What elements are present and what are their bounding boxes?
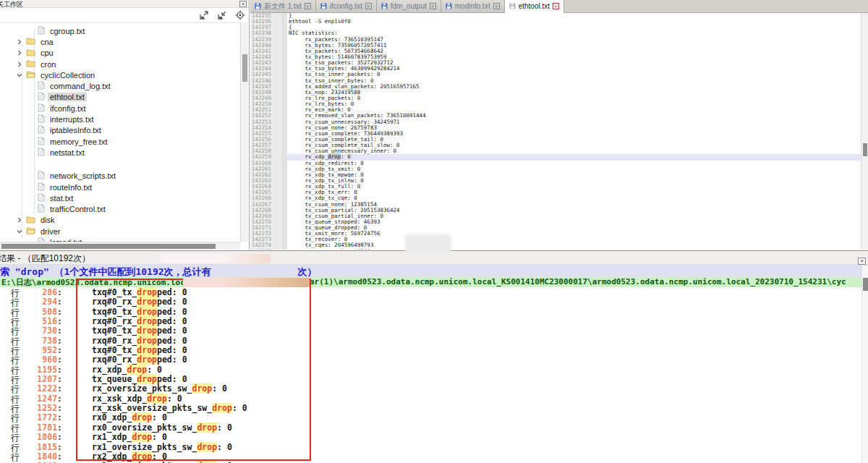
search-summary-text: 搜索 "drop" （1个文件中匹配到10192次，总计有次） <box>0 266 317 277</box>
file-icon <box>38 148 45 156</box>
editor-code: ethtool -S enp1s0f0 <box>287 19 861 25</box>
editor-vertical-scrollbar[interactable] <box>861 13 868 250</box>
tree-item-label: cron <box>38 60 58 69</box>
collapse-panel-icon[interactable] <box>216 9 228 21</box>
tree-vertical-scrollbar[interactable] <box>240 22 248 242</box>
tree-item-interrupts-txt[interactable]: interrupts.txt <box>0 114 240 124</box>
workspace-close-icon[interactable]: × <box>239 1 247 7</box>
chevron-right-icon[interactable] <box>16 216 23 224</box>
tab--1-txt[interactable]: 新文件 1.txt× <box>250 0 316 12</box>
result-line-number: 286 <box>42 287 57 297</box>
tree-item-label: memory_free.txt <box>48 137 109 146</box>
tab-fdm-output[interactable]: fdm_output× <box>377 0 441 12</box>
tab-close-icon[interactable]: × <box>553 3 559 9</box>
chevron-right-icon[interactable] <box>16 49 23 56</box>
redaction-blob <box>161 254 271 263</box>
tab-close-icon[interactable]: × <box>430 3 436 9</box>
file-icon <box>38 171 45 179</box>
colon: : <box>57 287 62 297</box>
workspace-toolbar <box>198 9 246 22</box>
editor-code: rx_lro_packets: 0 <box>287 95 861 101</box>
tree-item-label: ethtool.txt <box>48 93 87 101</box>
tab-close-icon[interactable]: × <box>305 3 311 9</box>
tree-item-disk[interactable]: disk <box>0 215 240 226</box>
expand-panel-icon[interactable] <box>198 9 210 21</box>
locate-file-icon[interactable] <box>234 9 246 21</box>
tree-item-ifconfig-txt[interactable]: ifconfig.txt <box>0 103 240 114</box>
tree-item-memory-free-txt[interactable]: memory_free.txt <box>0 136 240 147</box>
tab-close-icon[interactable]: × <box>493 3 500 9</box>
tree-vertical-scrollbar-thumb[interactable] <box>242 54 247 82</box>
editor-code: tx_nop: 232419588 <box>287 90 861 95</box>
tree-item-cpu[interactable]: cpu <box>0 48 240 59</box>
tree-item-lsmod-txt[interactable]: lsmod.txt <box>0 237 240 242</box>
chevron-down-icon[interactable] <box>16 228 23 235</box>
result-line-number: 508 <box>42 307 57 317</box>
results-vertical-scrollbar[interactable] <box>861 266 868 463</box>
tree-item-iptablesinfo-txt[interactable]: iptablesInfo.txt <box>0 125 240 136</box>
editor-code: tx_cqes: 204596498793 <box>287 242 861 248</box>
tree-item-netstat-txt[interactable]: netstat.txt <box>0 147 240 158</box>
result-line-number: 1207 <box>37 374 57 384</box>
tree-item-label: iptablesInfo.txt <box>48 126 103 135</box>
tab-ethtool-txt[interactable]: ethtool.txt× <box>505 0 564 13</box>
tree-item-label: trafficControl.txt <box>48 205 108 213</box>
tab-close-icon[interactable]: × <box>365 3 372 9</box>
results-title: 结果 - （匹配10192次） <box>0 252 90 265</box>
results-vertical-scrollbar-thumb[interactable] <box>863 278 868 291</box>
floppy-disk-icon <box>446 3 452 9</box>
file-icon <box>38 204 45 213</box>
tree-horizontal-scrollbar-thumb[interactable] <box>1 244 216 249</box>
tree-item-label: routeInfo.txt <box>48 183 94 192</box>
tree-item-stat-txt[interactable]: stat.txt <box>0 192 240 203</box>
tree-item-cgroup-txt[interactable]: cgroup.txt <box>0 25 240 36</box>
tree-item-ethtool-txt[interactable]: ethtool.txt <box>0 92 240 103</box>
search-summary-row[interactable]: 搜索 "drop" （1个文件中匹配到10192次，总计有次） <box>0 265 868 277</box>
tree-item-command-log-txt[interactable]: command_log.txt <box>0 80 240 91</box>
colon: : <box>57 297 62 307</box>
result-line-number: 1252 <box>37 403 57 413</box>
tab-label: ifconfig.txt <box>330 2 362 10</box>
tree-item-network-scripts-txt[interactable]: network_scripts.txt <box>0 171 240 182</box>
tree-item-label: command_log.txt <box>48 82 113 90</box>
tree-item-driver[interactable]: driver <box>0 226 240 237</box>
tab-ifconfig-txt[interactable]: ifconfig.txt× <box>316 0 377 12</box>
result-line-number: 738 <box>42 336 57 346</box>
colon: : <box>57 354 62 365</box>
tree-item-label: driver <box>38 227 63 236</box>
result-line-number: 516 <box>42 316 57 326</box>
tree-item-cycliccollection[interactable]: cyclicCollection <box>0 69 240 80</box>
editor-text-area[interactable]: 142235}142236ethtool -S enp1s0f0142237{1… <box>250 13 861 250</box>
editor-code: tx_queue_stopped: 46393 <box>287 219 861 225</box>
colon: : <box>57 336 62 346</box>
colon: : <box>57 307 62 317</box>
result-line-number: 1772 <box>37 412 57 422</box>
tree-item-label: disk <box>38 216 57 224</box>
workspace-titlebar: 关工作区 × <box>0 0 249 8</box>
tree-item-cna[interactable]: cna <box>0 36 240 47</box>
results-close-icon[interactable]: × <box>858 258 866 265</box>
editor-code: rx_xdp_tx_mpwqe: 0 <box>287 172 861 178</box>
chevron-right-icon[interactable] <box>16 61 23 68</box>
chevron-down-icon[interactable] <box>16 72 23 79</box>
file-icon <box>38 103 45 112</box>
editor-code: rx_xdp_drop: 0 <box>287 154 861 160</box>
tree-horizontal-scrollbar[interactable] <box>0 242 240 250</box>
tab-modinfo-txt[interactable]: modinfo.txt× <box>441 0 505 12</box>
editor-vertical-scrollbar-thumb[interactable] <box>863 143 867 156</box>
editor-line: 142236ethtool -S enp1s0f0 <box>250 19 861 25</box>
result-line-number: 730 <box>42 326 57 336</box>
file-icon <box>38 182 45 191</box>
workspace-title: 关工作区 <box>0 0 23 9</box>
tree-item-trafficcontrol-txt[interactable]: trafficControl.txt <box>0 203 240 214</box>
chevron-right-icon[interactable] <box>16 38 23 46</box>
editor-code: rx_xdp_tx_xmit: 0 <box>287 166 861 172</box>
file-icon <box>38 137 45 145</box>
tree-item-routeinfo-txt[interactable]: routeInfo.txt <box>0 182 240 192</box>
tree-item-label: cgroup.txt <box>48 27 87 35</box>
tab-label: modinfo.txt <box>455 2 490 10</box>
tree-spacer <box>0 158 240 171</box>
workspace-panel: 关工作区 × cgroup.txt cna cpu cr <box>0 0 250 250</box>
file-tree[interactable]: cgroup.txt cna cpu cron cyclicCollection… <box>0 22 240 242</box>
tree-item-cron[interactable]: cron <box>0 59 240 69</box>
